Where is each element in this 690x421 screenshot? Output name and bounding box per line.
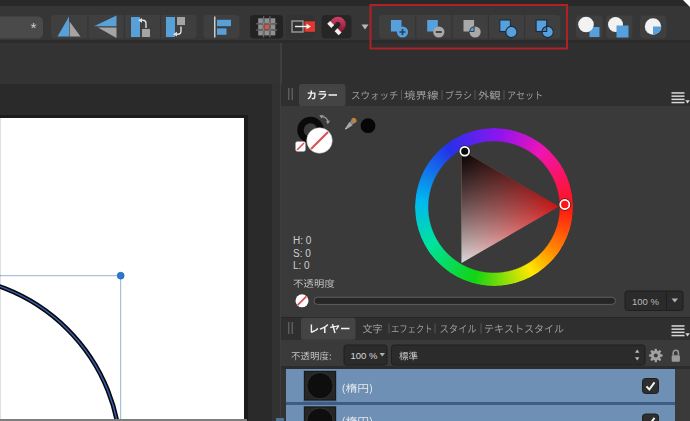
svg-text:100 %: 100 % [632, 296, 659, 307]
svg-text:*: * [30, 19, 36, 36]
svg-text:100 %: 100 % [351, 350, 378, 361]
